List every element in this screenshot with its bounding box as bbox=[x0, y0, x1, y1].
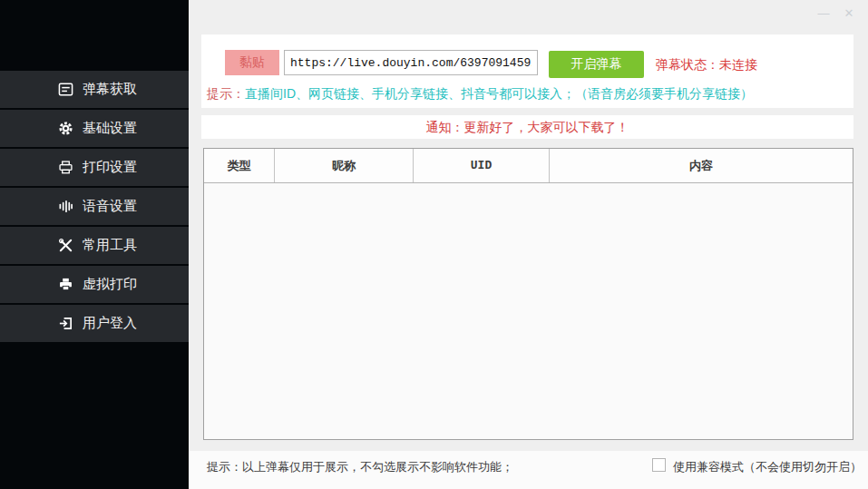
hint-label: 提示： bbox=[207, 86, 245, 101]
sidebar-item-common-tools[interactable]: 常用工具 bbox=[0, 227, 189, 264]
sidebar-item-danmaku-capture[interactable]: 弹幕获取 bbox=[0, 71, 189, 108]
status-value: 未连接 bbox=[719, 57, 757, 72]
notice-bar: 通知：更新好了，大家可以下载了！ bbox=[201, 115, 853, 139]
minimize-button[interactable]: — bbox=[814, 4, 834, 24]
paste-button[interactable]: 黏贴 bbox=[225, 50, 279, 75]
sidebar-item-label: 常用工具 bbox=[83, 237, 137, 254]
start-danmaku-button[interactable]: 开启弹幕 bbox=[549, 51, 644, 78]
table-body-empty bbox=[204, 183, 853, 439]
danmaku-status: 弹幕状态：未连接 bbox=[656, 57, 757, 73]
column-header-type: 类型 bbox=[204, 149, 275, 182]
sidebar-item-label: 语音设置 bbox=[83, 198, 137, 215]
sidebar: 弹幕获取 基础设置 打印设置 bbox=[0, 0, 189, 489]
voice-wave-icon bbox=[58, 199, 73, 214]
compat-mode-label[interactable]: 使用兼容模式（不会使用切勿开启） bbox=[673, 459, 862, 475]
column-header-content: 内容 bbox=[550, 149, 853, 182]
tools-icon bbox=[58, 238, 73, 253]
sidebar-item-basic-settings[interactable]: 基础设置 bbox=[0, 110, 189, 147]
footer-hint: 提示：以上弹幕仅用于展示，不勾选展示不影响软件功能； bbox=[207, 459, 513, 475]
sidebar-item-print-settings[interactable]: 打印设置 bbox=[0, 149, 189, 186]
login-icon bbox=[58, 316, 73, 331]
live-url-input[interactable] bbox=[284, 50, 538, 75]
danmaku-list-icon bbox=[58, 82, 73, 97]
status-label: 弹幕状态： bbox=[656, 57, 719, 72]
sidebar-item-label: 虚拟打印 bbox=[83, 276, 137, 293]
gear-icon bbox=[58, 121, 73, 136]
compat-mode-checkbox[interactable] bbox=[652, 458, 666, 472]
sidebar-item-label: 用户登入 bbox=[83, 315, 137, 332]
sidebar-item-label: 基础设置 bbox=[83, 120, 137, 137]
danmaku-table: 类型 昵称 UID 内容 bbox=[203, 148, 853, 440]
connect-hint: 提示：直播间ID、网页链接、手机分享链接、抖音号都可以接入；（语音房必须要手机分… bbox=[207, 86, 753, 103]
connect-card: 黏贴 开启弹幕 弹幕状态：未连接 提示：直播间ID、网页链接、手机分享链接、抖音… bbox=[201, 34, 853, 108]
virtual-printer-icon bbox=[58, 277, 73, 292]
close-button[interactable]: ✕ bbox=[839, 4, 859, 24]
sidebar-item-label: 弹幕获取 bbox=[83, 81, 137, 98]
column-header-uid: UID bbox=[414, 149, 550, 182]
sidebar-item-virtual-print[interactable]: 虚拟打印 bbox=[0, 266, 189, 303]
footer: 提示：以上弹幕仅用于展示，不勾选展示不影响软件功能； 使用兼容模式（不会使用切勿… bbox=[189, 451, 868, 489]
sidebar-item-label: 打印设置 bbox=[83, 159, 137, 176]
app-window: 弹幕获取 基础设置 打印设置 bbox=[0, 0, 868, 489]
hint-text: 直播间ID、网页链接、手机分享链接、抖音号都可以接入；（语音房必须要手机分享链接… bbox=[245, 86, 753, 101]
printer-icon bbox=[58, 160, 73, 175]
sidebar-item-voice-settings[interactable]: 语音设置 bbox=[0, 188, 189, 225]
sidebar-item-user-login[interactable]: 用户登入 bbox=[0, 305, 189, 342]
column-header-nickname: 昵称 bbox=[275, 149, 414, 182]
table-header-row: 类型 昵称 UID 内容 bbox=[204, 149, 853, 183]
